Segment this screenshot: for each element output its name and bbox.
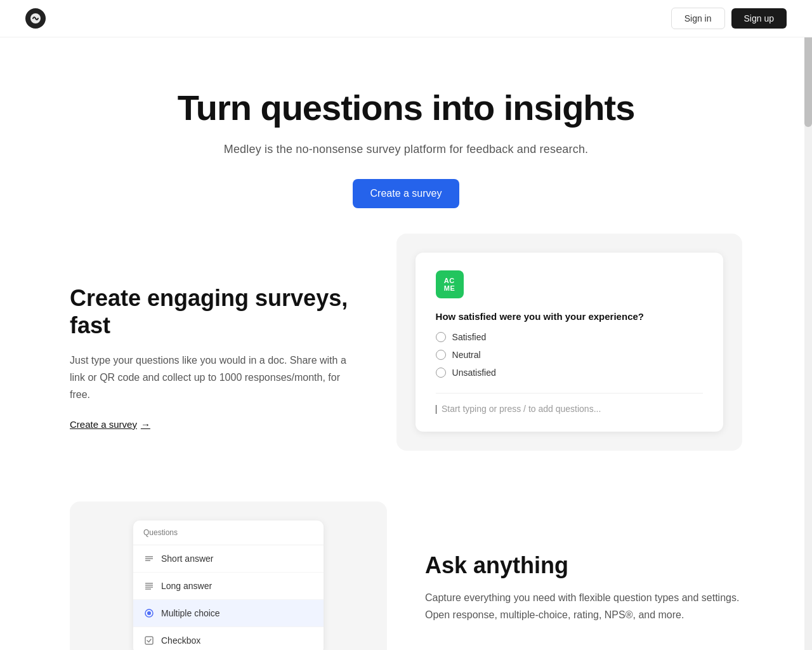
feature-2-right: Ask anything Capture everything you need…: [425, 501, 742, 649]
survey-preview-wrapper: ACME How satisfied were you with your ex…: [396, 234, 742, 451]
feature-row-2: Questions Short answer: [70, 501, 742, 650]
question-item-multiple-choice[interactable]: Multiple choice: [133, 600, 324, 627]
ask-anything-description: Capture everything you need with flexibl…: [425, 589, 742, 623]
svg-rect-10: [145, 637, 153, 644]
survey-option-unsatisfied: Unsatisfied: [436, 368, 703, 378]
survey-question: How satisfied were you with your experie…: [436, 311, 703, 322]
option-label-neutral: Neutral: [452, 350, 481, 360]
hero-cta-button[interactable]: Create a survey: [353, 179, 460, 208]
hero-section: Turn questions into insights Medley is t…: [121, 37, 691, 246]
questions-panel: Questions Short answer: [133, 521, 324, 650]
short-answer-icon: [143, 553, 155, 564]
question-item-short-answer[interactable]: Short answer: [133, 545, 324, 573]
scrollbar-track[interactable]: [804, 0, 812, 650]
signup-button[interactable]: Sign up: [731, 8, 787, 29]
logo-container: [25, 8, 46, 29]
option-label-satisfied: Satisfied: [452, 332, 487, 342]
feature-row-1: Create engaging surveys, fast Just type …: [70, 246, 742, 451]
question-item-checkbox[interactable]: Checkbox: [133, 627, 324, 650]
radio-neutral[interactable]: [436, 350, 446, 360]
header: Sign in Sign up: [0, 0, 812, 37]
radio-satisfied[interactable]: [436, 332, 446, 342]
feature-1-heading: Create engaging surveys, fast: [70, 284, 358, 339]
survey-option-satisfied: Satisfied: [436, 332, 703, 342]
signin-button[interactable]: Sign in: [671, 8, 725, 29]
feature-1-left: Create engaging surveys, fast Just type …: [70, 246, 358, 430]
hero-subheading: Medley is the no-nonsense survey platfor…: [146, 143, 666, 156]
header-actions: Sign in Sign up: [671, 8, 787, 29]
multiple-choice-label: Multiple choice: [161, 608, 220, 618]
survey-preview-card: ACME How satisfied were you with your ex…: [416, 253, 723, 432]
ask-anything-heading: Ask anything: [425, 552, 742, 579]
feature-1-right: ACME How satisfied were you with your ex…: [396, 246, 742, 451]
radio-unsatisfied[interactable]: [436, 368, 446, 378]
long-answer-label: Long answer: [161, 581, 212, 591]
cursor: [436, 405, 437, 414]
feature-1-cta-arrow: →: [141, 419, 150, 430]
questions-panel-wrapper: Questions Short answer: [70, 501, 387, 650]
survey-options: Satisfied Neutral Unsatisfied: [436, 332, 703, 378]
hero-heading: Turn questions into insights: [146, 88, 666, 128]
multiple-choice-icon: [143, 607, 155, 619]
checkbox-icon: [143, 635, 155, 646]
survey-brand-logo: ACME: [436, 270, 464, 298]
features-container: Create engaging surveys, fast Just type …: [44, 246, 768, 650]
feature-1-description: Just type your questions like you would …: [70, 352, 358, 404]
survey-option-neutral: Neutral: [436, 350, 703, 360]
long-answer-icon: [143, 580, 155, 592]
question-item-long-answer[interactable]: Long answer: [133, 573, 324, 600]
svg-point-9: [147, 611, 151, 615]
questions-panel-header: Questions: [133, 521, 324, 545]
survey-input-placeholder-text: Start typing or press / to add questions…: [442, 404, 601, 414]
short-answer-label: Short answer: [161, 554, 213, 564]
checkbox-label: Checkbox: [161, 635, 200, 646]
option-label-unsatisfied: Unsatisfied: [452, 368, 496, 378]
survey-input-area[interactable]: Start typing or press / to add questions…: [436, 393, 703, 414]
ask-anything-section: Ask anything Capture everything you need…: [425, 540, 742, 649]
feature-2-left: Questions Short answer: [70, 501, 387, 650]
logo-icon: [25, 8, 46, 29]
feature-1-cta-button[interactable]: Create a survey →: [70, 419, 150, 430]
feature-1-cta-label: Create a survey: [70, 419, 137, 430]
